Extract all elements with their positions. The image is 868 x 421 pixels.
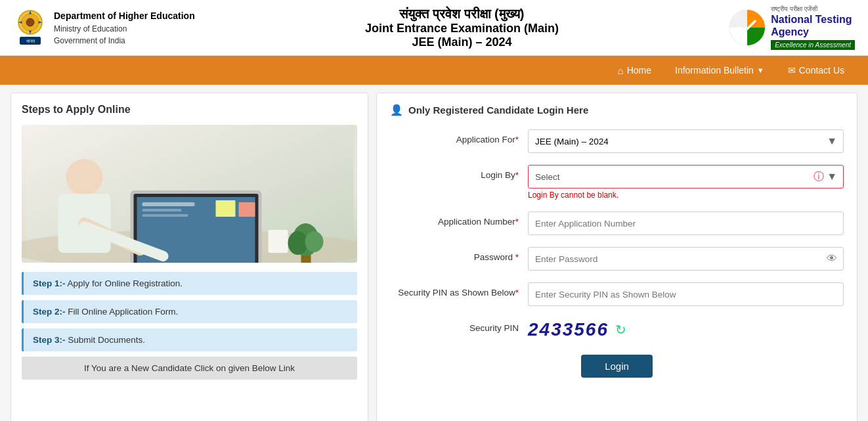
laptop-image [22, 125, 357, 263]
step-3-item: Step 3:- Submit Documents. [22, 328, 357, 351]
dept-title-block: Department of Higher Education Ministry … [54, 9, 195, 47]
svg-text:भारत: भारत [26, 39, 35, 43]
required-star-5: * [515, 288, 519, 298]
nta-emblem [729, 9, 766, 46]
login-by-label: Login By* [390, 165, 528, 180]
exam-eng-title: Joint Entrance Examination (Main) [195, 22, 729, 35]
step-2-text: Fill Online Application Form. [68, 307, 178, 317]
login-by-control: Select ⓘ ▼ Login By cannot be blank. [528, 165, 844, 200]
required-star: * [515, 135, 519, 144]
login-button[interactable]: Login [581, 355, 653, 378]
exam-year-title: JEE (Main) – 2024 [195, 35, 729, 49]
login-by-select-wrapper: Select ⓘ ▼ [528, 165, 844, 188]
app-for-control: JEE (Main) – 2024 ▼ [528, 129, 844, 153]
svg-point-23 [305, 231, 324, 252]
svg-rect-24 [216, 200, 236, 217]
eye-icon[interactable]: 👁 [827, 253, 837, 265]
app-for-select[interactable]: JEE (Main) – 2024 [528, 129, 844, 153]
contact-icon: ✉ [788, 65, 796, 76]
login-by-error: Login By cannot be blank. [528, 190, 844, 200]
login-by-row: Login By* Select ⓘ ▼ Login By cannot be … [390, 165, 844, 200]
step-1-bold: Step 1:- [33, 278, 66, 288]
nta-tagline: Excellence in Assessment [771, 40, 855, 50]
security-pin-value: 2433566 [528, 319, 609, 340]
svg-rect-25 [239, 202, 255, 217]
svg-point-15 [66, 159, 103, 196]
svg-rect-13 [142, 214, 188, 217]
svg-rect-12 [142, 209, 182, 211]
nta-logo-block: राष्ट्रीय परीक्षा एजेंसी National Testin… [729, 5, 855, 50]
password-row: Password * 👁 [390, 247, 844, 271]
step-3-text: Submit Documents. [68, 335, 145, 345]
step-2-bold: Step 2:- [33, 307, 66, 317]
nta-english-name: National Testing Agency [771, 13, 855, 38]
app-for-label: Application For* [390, 129, 528, 144]
dept-info: भारत Department of Higher Education Mini… [13, 8, 195, 47]
app-for-select-wrapper: JEE (Main) – 2024 ▼ [528, 129, 844, 153]
security-pin-display: 2433566 ↻ [528, 319, 844, 340]
nav-contact-label: Contact Us [799, 65, 844, 76]
dept-country: Government of India [54, 35, 195, 47]
left-panel: Steps to Apply Online [11, 93, 368, 421]
navbar: ⌂ Home Information Bulletin ▼ ✉ Contact … [0, 56, 868, 85]
svg-rect-19 [269, 230, 288, 253]
svg-point-22 [288, 231, 308, 255]
security-pin-input[interactable] [528, 282, 844, 306]
laptop-scene-bg [22, 125, 357, 263]
required-star-2: * [515, 170, 519, 180]
login-by-select[interactable]: Select [528, 165, 844, 188]
svg-rect-11 [142, 202, 195, 206]
app-for-row: Application For* JEE (Main) – 2024 ▼ [390, 129, 844, 153]
password-label: Password * [390, 247, 528, 262]
step-1-text: Apply for Online Registration. [68, 278, 183, 288]
bulletin-dropdown-icon: ▼ [757, 66, 764, 74]
nta-hindi-label: राष्ट्रीय परीक्षा एजेंसी [771, 5, 855, 13]
dept-ministry: Ministry of Education [54, 23, 195, 35]
app-number-control [528, 211, 844, 235]
required-star-3: * [515, 217, 519, 227]
exam-hindi-title: संयुक्त प्रवेश परीक्षा (मुख्य) [195, 7, 729, 22]
security-pin-input-row: Security PIN as Shown Below* [390, 282, 844, 306]
security-pin-input-control [528, 282, 844, 306]
new-candidate-bar: If You are a New Candidate Click on give… [22, 357, 357, 380]
nav-home-label: Home [627, 65, 651, 76]
steps-heading: Steps to Apply Online [22, 104, 357, 116]
step-2-item: Step 2:- Fill Online Application Form. [22, 300, 357, 323]
page-header: भारत Department of Higher Education Mini… [0, 0, 868, 56]
required-star-4: * [513, 252, 519, 262]
nav-contact[interactable]: ✉ Contact Us [777, 60, 855, 81]
nta-name-block: राष्ट्रीय परीक्षा एजेंसी National Testin… [771, 5, 855, 50]
security-pin-display-row: Security PIN 2433566 ↻ [390, 318, 844, 340]
refresh-pin-button[interactable]: ↻ [615, 322, 626, 338]
app-number-row: Application Number* [390, 211, 844, 235]
security-pin-display-label: Security PIN [390, 318, 528, 333]
nav-bulletin-label: Information Bulletin [675, 65, 754, 76]
login-section-title: Only Registered Candidate Login Here [408, 104, 588, 116]
login-button-row: Login [390, 355, 844, 378]
step-3-bold: Step 3:- [33, 335, 66, 345]
svg-point-2 [26, 18, 34, 26]
nav-home[interactable]: ⌂ Home [607, 60, 662, 81]
nav-bulletin[interactable]: Information Bulletin ▼ [664, 60, 775, 81]
dept-name: Department of Higher Education [54, 11, 195, 21]
govt-emblem: भारत [13, 8, 47, 47]
laptop-scene-svg [22, 125, 357, 263]
right-panel: 👤 Only Registered Candidate Login Here A… [376, 93, 857, 421]
app-number-label: Application Number* [390, 211, 528, 227]
app-number-input[interactable] [528, 211, 844, 235]
password-control: 👁 [528, 247, 844, 271]
security-pin-input-label: Security PIN as Shown Below* [390, 282, 528, 298]
login-section-header: 👤 Only Registered Candidate Login Here [390, 104, 844, 116]
exam-title-block: संयुक्त प्रवेश परीक्षा (मुख्य) Joint Ent… [195, 7, 729, 49]
main-content: Steps to Apply Online [0, 85, 868, 421]
step-1-item: Step 1:- Apply for Online Registration. [22, 272, 357, 295]
password-input[interactable] [528, 247, 844, 271]
home-icon: ⌂ [618, 65, 624, 76]
security-pin-display-control: 2433566 ↻ [528, 318, 844, 340]
password-wrapper: 👁 [528, 247, 844, 271]
user-icon: 👤 [390, 104, 403, 116]
new-candidate-text: If You are a New Candidate Click on give… [84, 363, 295, 373]
